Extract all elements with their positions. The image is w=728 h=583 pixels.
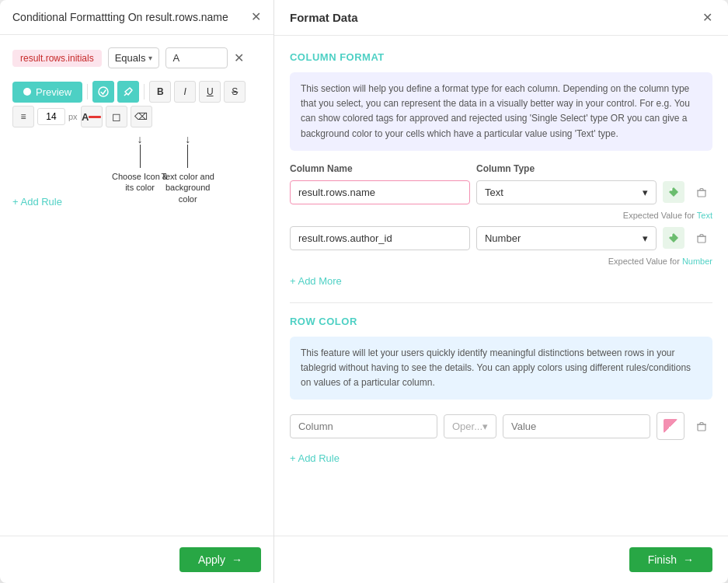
clear-condition-button[interactable]: ✕ <box>234 51 244 65</box>
field-chip: result.rows.initials <box>12 50 102 67</box>
left-close-button[interactable]: ✕ <box>251 11 261 23</box>
apply-button[interactable]: Apply → <box>179 547 261 572</box>
col-type-select-1[interactable]: Text ▾ <box>476 180 657 204</box>
expected-link-2[interactable]: Number <box>682 257 712 266</box>
chevron-down-3-icon: ▾ <box>482 421 488 432</box>
svg-rect-2 <box>698 190 705 197</box>
underline-button[interactable]: U <box>199 81 221 103</box>
operator-value: Equals <box>115 52 146 64</box>
column-format-section: COLUMN FORMAT This section will help you… <box>290 51 712 290</box>
row-color-info-text: This feature will let your users quickly… <box>301 347 691 388</box>
bold-button[interactable]: B <box>149 81 171 103</box>
icon-color-annotation: ↓ Choose Icon &its color <box>112 134 168 194</box>
expected-text-2: Expected Value for Number <box>608 257 712 266</box>
filter-value-input[interactable] <box>503 414 650 438</box>
expected-link-1[interactable]: Text <box>697 211 712 220</box>
bg-color-button[interactable]: ◻ <box>106 106 127 127</box>
left-header: Conditional Formattting On result.rows.n… <box>0 0 273 35</box>
apply-label: Apply <box>198 553 225 566</box>
font-size-input[interactable] <box>37 108 65 125</box>
eraser-button[interactable]: ⌫ <box>131 106 152 127</box>
formatting-toolbar: Preview B I U S <box>12 81 261 127</box>
finish-button[interactable]: Finish → <box>629 547 712 572</box>
annotations-area: ↓ Choose Icon &its color ↓ Text color an… <box>12 134 261 196</box>
col-name-header: Column Name <box>290 163 470 174</box>
col-delete-button-1[interactable] <box>691 181 712 203</box>
text-color-annotation: ↓ Text color andbackgroundcolor <box>161 134 214 204</box>
add-rule-row-color-button[interactable]: + Add Rule <box>290 449 340 467</box>
expected-row-1: Expected Value for Text <box>290 211 712 220</box>
preview-label: Preview <box>36 86 71 98</box>
text-color-annotation-text: Text color andbackgroundcolor <box>161 171 214 204</box>
col-type-value-2: Number <box>485 232 521 244</box>
col-tag-button-1[interactable] <box>663 181 684 203</box>
svg-point-0 <box>99 87 108 96</box>
add-rule-button[interactable]: + Add Rule <box>12 196 62 208</box>
strikethrough-button[interactable]: S <box>224 81 246 103</box>
icon-color-annotation-text: Choose Icon &its color <box>112 171 168 194</box>
left-title: Conditional Formattting On result.rows.n… <box>12 11 228 23</box>
annotation-arrow-down-2-icon: ↓ <box>185 134 190 145</box>
annotation-line <box>140 145 141 168</box>
column-format-info: This section will help you define a form… <box>290 72 712 151</box>
expected-text-1: Expected Value for Text <box>623 211 712 220</box>
row-color-picker-button[interactable] <box>657 412 684 440</box>
condition-value-input[interactable] <box>165 47 228 68</box>
filter-operator-select[interactable]: Oper... ▾ <box>444 414 496 438</box>
filter-column-input[interactable] <box>290 414 437 438</box>
icon-pick-button[interactable] <box>117 81 139 103</box>
add-more-button[interactable]: + Add More <box>290 272 342 290</box>
col-type-select-2[interactable]: Number ▾ <box>476 226 657 250</box>
toolbar-separator-2 <box>144 84 145 99</box>
color-picker-swatch-icon <box>664 419 677 433</box>
toolbar-separator <box>87 84 88 99</box>
svg-rect-5 <box>698 424 705 431</box>
right-close-button[interactable]: ✕ <box>702 12 712 24</box>
icon-color-button[interactable] <box>92 81 114 103</box>
align-button[interactable]: ≡ <box>12 106 34 127</box>
font-size-unit: px <box>68 112 78 121</box>
svg-point-3 <box>671 235 673 237</box>
svg-rect-4 <box>698 236 705 243</box>
column-format-info-text: This section will help you define a form… <box>301 83 690 139</box>
left-content: result.rows.initials Equals ▾ ✕ Preview <box>0 35 273 536</box>
right-header: Format Data ✕ <box>274 0 728 36</box>
column-format-title: COLUMN FORMAT <box>290 51 712 63</box>
col-name-input-1[interactable] <box>290 180 470 204</box>
col-tag-button-2[interactable] <box>663 227 684 249</box>
chevron-down-icon: ▾ <box>148 54 152 62</box>
expected-row-2: Expected Value for Number <box>290 257 712 266</box>
row-color-title: ROW COLOR <box>290 316 712 327</box>
column-row-1: Text ▾ <box>290 180 712 204</box>
row-color-section: ROW COLOR This feature will let your use… <box>290 316 712 468</box>
chevron-down-1-icon: ▾ <box>643 187 648 198</box>
italic-button[interactable]: I <box>174 81 196 103</box>
col-delete-button-2[interactable] <box>691 227 712 249</box>
operator-dropdown[interactable]: Equals ▾ <box>108 47 160 68</box>
annotation-arrow-down-icon: ↓ <box>138 134 143 145</box>
finish-label: Finish <box>648 553 677 566</box>
right-title: Format Data <box>290 11 358 24</box>
condition-row: result.rows.initials Equals ▾ ✕ <box>12 47 261 68</box>
filter-row: Oper... ▾ <box>290 412 712 440</box>
col-type-value-1: Text <box>485 187 503 198</box>
col-type-header: Column Type <box>476 163 657 174</box>
right-footer: Finish → <box>274 536 728 583</box>
preview-button[interactable]: Preview <box>12 82 82 103</box>
right-content: COLUMN FORMAT This section will help you… <box>274 36 728 536</box>
preview-dot-icon <box>23 88 31 96</box>
column-header-row: Column Name Column Type <box>290 163 712 174</box>
annotation-line-2 <box>187 145 188 168</box>
apply-arrow-icon: → <box>232 553 242 566</box>
section-divider <box>290 302 712 303</box>
row-color-info: This feature will let your users quickly… <box>290 337 712 400</box>
text-color-swatch <box>89 116 101 118</box>
left-footer: Apply → <box>0 536 273 583</box>
col-name-input-2[interactable] <box>290 226 470 250</box>
right-panel: Format Data ✕ COLUMN FORMAT This section… <box>274 0 728 583</box>
text-color-button[interactable]: A <box>81 106 103 127</box>
filter-delete-button[interactable] <box>691 415 712 437</box>
chevron-down-2-icon: ▾ <box>643 232 648 244</box>
svg-point-1 <box>671 189 673 191</box>
filter-operator-placeholder: Oper... <box>452 421 482 432</box>
